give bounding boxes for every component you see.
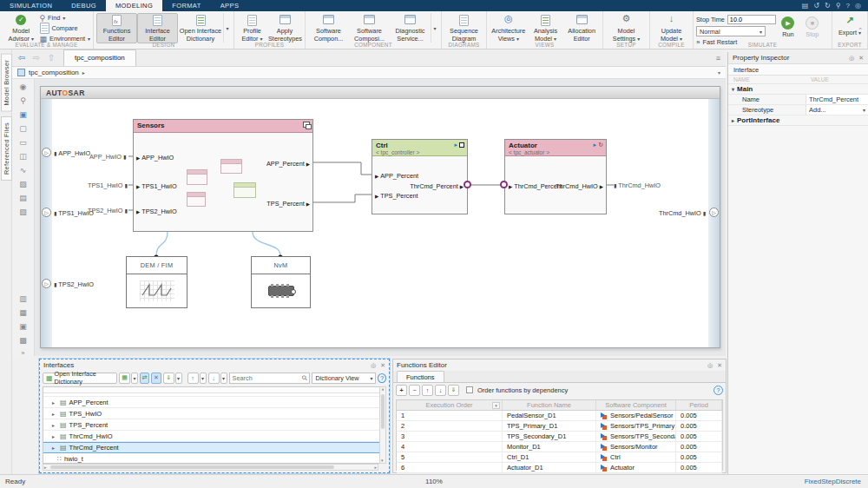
table-row[interactable]: 4 Monitor_D1 Sensors/Monitor 0.005 xyxy=(397,442,722,452)
expander-icon[interactable]: ▸ xyxy=(52,422,57,428)
block-actuator[interactable]: Actuator < tpc_actuator > ▸↻ ▶ThrCmd_Per… xyxy=(504,139,607,214)
panel-dock-icon[interactable]: ◎ xyxy=(707,362,713,369)
section-portinterface[interactable]: ▸ PortInterface xyxy=(728,115,868,126)
allocation-editor-button[interactable]: Allocation Editor xyxy=(563,13,600,43)
more-tools-icon[interactable]: » xyxy=(22,350,25,356)
move-up-dropdown[interactable]: ▾ xyxy=(200,373,207,384)
subcomponent-block[interactable] xyxy=(187,192,206,207)
move-down-dropdown[interactable]: ▾ xyxy=(220,373,227,384)
close-icon[interactable]: ✕ xyxy=(380,362,385,369)
port-label[interactable]: APP_Percent xyxy=(266,160,305,168)
camera-icon[interactable]: ▥ xyxy=(19,294,27,303)
run-button[interactable]: ▶ Run xyxy=(776,13,800,40)
close-icon[interactable]: ✕ xyxy=(717,362,722,369)
column-function-name[interactable]: Function Name xyxy=(503,400,596,410)
column-software-component[interactable]: Software Component xyxy=(596,400,676,410)
up-button[interactable]: ⇧ xyxy=(45,53,57,63)
table-row[interactable]: 1 PedalSensor_D1 Sensors/PedalSensor 0.0… xyxy=(397,411,722,421)
update-model-button[interactable]: ↓ Update Model ▾ xyxy=(653,13,690,43)
table-row[interactable]: 2 TPS_Primary_D1 Sensors/TPS_Primary 0.0… xyxy=(397,421,722,432)
port-label[interactable]: ThrCmd_HwIO xyxy=(556,182,598,190)
external-port-icon[interactable]: ▷ xyxy=(42,148,51,157)
document-tab[interactable]: tpc_composition xyxy=(63,49,136,66)
compare-button[interactable]: Compare xyxy=(40,23,91,33)
forward-button[interactable]: ⇨ xyxy=(30,53,43,63)
open-interface-dictionary-button[interactable]: ▦ Open Interface Dictionary xyxy=(43,373,117,384)
help-button[interactable]: ? xyxy=(378,373,386,383)
stereotype-select[interactable]: Add...▾ xyxy=(806,105,868,115)
horizontal-scrollbar[interactable]: ▸▸ xyxy=(43,464,378,471)
open-interface-dictionary-button[interactable]: Open Interface Dictionary xyxy=(178,13,223,43)
port-label[interactable]: TPS_Percent xyxy=(266,200,304,208)
list-item[interactable]: ▸▤TPS_Percent xyxy=(43,419,385,431)
external-port-icon[interactable]: ▷ xyxy=(42,208,51,217)
remove-function-button[interactable]: − xyxy=(409,385,420,396)
table-row[interactable]: 6 Actuator_D1 Actuator 0.005 xyxy=(397,463,722,473)
search-input[interactable] xyxy=(233,374,302,382)
model-advisor-button[interactable]: ✓ Model Advisor ▾ xyxy=(3,13,40,43)
minimize-toolstrip-icon[interactable]: ◎ xyxy=(855,0,861,11)
view-select[interactable]: Dictionary View ▾ xyxy=(312,373,376,384)
clear-filter-button[interactable]: ✕ xyxy=(151,373,161,384)
signal-icon[interactable]: ∿ xyxy=(20,166,27,175)
block-dem-fim[interactable]: DEM / FIM xyxy=(126,256,187,308)
redo-icon[interactable]: ↻ xyxy=(825,0,831,11)
import-functions-button[interactable]: ⇓ xyxy=(448,385,459,396)
port-label[interactable]: TPS2_HwIO xyxy=(141,208,177,215)
block-sensors[interactable]: Sensors ▶APP_HwIO ▶TPS1_HwIO ▶TPS2_HwIO … xyxy=(133,119,313,232)
table-row[interactable]: 3 TPS_Secondary_D1 Sensors/TPS_Secondary… xyxy=(397,432,722,442)
breadcrumb-chevron-icon[interactable]: ▸ xyxy=(82,69,85,76)
panel-dock-icon[interactable]: ◎ xyxy=(849,55,854,62)
snapshot-icon[interactable]: ▦ xyxy=(19,308,27,317)
model-settings-button[interactable]: ⚙ Model Settings ▾ xyxy=(606,13,647,43)
list-item[interactable]: ∷hwio_t xyxy=(43,453,385,464)
vertical-scrollbar[interactable]: ▾▾ xyxy=(379,386,386,464)
tab-functions[interactable]: Functions xyxy=(397,371,444,382)
breadcrumb-dropdown-icon[interactable]: ▾ xyxy=(718,69,720,76)
save-icon[interactable]: ▤ xyxy=(802,0,809,11)
tab-modeling[interactable]: MODELING xyxy=(106,0,162,11)
simulation-mode-select[interactable]: Normal ▾ xyxy=(696,26,766,36)
design-more-button[interactable]: ▾ xyxy=(223,13,231,43)
tab-apps[interactable]: APPS xyxy=(211,0,249,11)
highlighted-port-ring[interactable] xyxy=(500,181,508,188)
functions-editor-button[interactable]: fx Functions Editor xyxy=(96,13,137,43)
image-icon[interactable]: ▨ xyxy=(19,180,27,188)
record-icon[interactable]: ▣ xyxy=(19,322,27,331)
tab-debug[interactable]: DEBUG xyxy=(62,0,106,11)
subcomponent-block[interactable] xyxy=(187,169,207,185)
area-icon[interactable]: ▭ xyxy=(19,138,27,147)
move-down-button[interactable]: ↓ xyxy=(208,373,220,384)
search-icon[interactable]: ⚲ xyxy=(836,0,841,11)
hide-markup-icon[interactable]: ◉ xyxy=(20,82,27,91)
sidebar-item-model-browser[interactable]: Model Browser xyxy=(1,54,12,112)
add-interface-button[interactable]: ▦ xyxy=(119,373,130,384)
sync-button[interactable]: ⇄ xyxy=(140,373,149,384)
add-interface-dropdown[interactable]: ▾ xyxy=(131,373,138,384)
apply-stereotypes-button[interactable]: Apply Stereotypes xyxy=(267,13,302,43)
diagram-canvas[interactable]: AUTOSAR xyxy=(35,79,726,356)
port-label[interactable]: TPS1_HwIO xyxy=(141,182,177,190)
component-more-button[interactable]: ▾ xyxy=(431,13,438,43)
import-dropdown[interactable]: ▾ xyxy=(175,373,182,384)
diagram-list-icon[interactable]: ≡ xyxy=(716,54,720,63)
block-nvm[interactable]: NvM xyxy=(251,256,311,308)
external-port-icon[interactable]: ▷ xyxy=(709,208,719,217)
highlighted-port-ring[interactable] xyxy=(464,181,471,188)
expander-icon[interactable]: ▸ xyxy=(52,445,57,451)
tab-simulation[interactable]: SIMULATION xyxy=(0,0,62,11)
help-icon[interactable]: ? xyxy=(846,0,850,11)
diagnostic-service-button[interactable]: Diagnostic Service... xyxy=(390,13,431,43)
chart-icon[interactable]: ▧ xyxy=(19,208,27,216)
zoom-icon[interactable]: ⚲ xyxy=(20,96,26,105)
block-ctrl[interactable]: Ctrl < tpc_controller > ▸ ▶APP_Percent ▶… xyxy=(372,139,468,214)
add-function-button[interactable]: + xyxy=(396,385,407,396)
undo-icon[interactable]: ↺ xyxy=(813,0,819,11)
port-label[interactable]: APP_HwIO xyxy=(141,154,174,162)
port-label[interactable]: APP_HwIO xyxy=(58,149,90,157)
import-button[interactable]: ⇓ xyxy=(163,373,174,384)
expander-icon[interactable]: ▸ xyxy=(52,433,57,439)
tab-format[interactable]: FORMAT xyxy=(162,0,211,11)
analysis-model-button[interactable]: Analysis Model ▾ xyxy=(528,13,564,43)
order-by-dependency-checkbox[interactable] xyxy=(466,386,473,393)
